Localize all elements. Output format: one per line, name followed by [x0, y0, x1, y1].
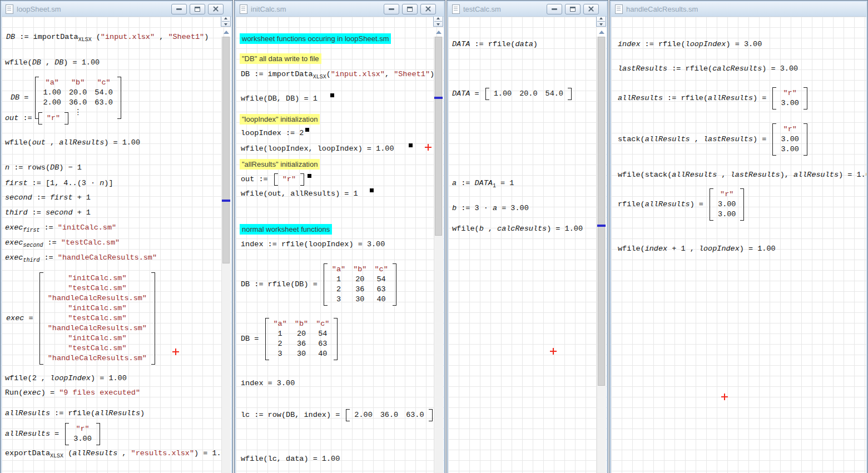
insertion-cursor [172, 348, 179, 355]
matrix-value: "r" [38, 112, 68, 125]
scroll-position-marker [222, 200, 230, 202]
text-region[interactable]: worksheet functions occuring in loopShee… [240, 33, 391, 44]
minimize-button[interactable] [547, 4, 562, 14]
math-region[interactable]: loopIndex := 2 [241, 128, 309, 138]
placeholder-square [409, 143, 413, 147]
math-region[interactable]: allResults = "r"3.00 [5, 423, 102, 445]
window-title: loopSheet.sm [17, 5, 61, 13]
scrollbar-thumb[interactable] [598, 37, 605, 386]
math-region[interactable]: index = 3.00 [241, 379, 295, 389]
placeholder-square [330, 93, 334, 97]
titlebar-handlecalcresults[interactable]: handleCalcResults.sm [611, 2, 866, 17]
math-region[interactable]: a := DATA1 = 1 [452, 178, 514, 188]
split-control[interactable] [596, 17, 606, 27]
worksheet-canvas[interactable]: worksheet functions occuring in loopShee… [236, 17, 444, 473]
titlebar-loopsheet[interactable]: loopSheet.sm [2, 2, 231, 17]
math-region[interactable]: lastResults := rfile(calcResults) = 3.00 [618, 64, 798, 74]
scrollbar-thumb[interactable] [222, 37, 230, 263]
math-region[interactable]: Run(exec) = "9 files executed" [5, 388, 140, 398]
math-region[interactable]: wfile(index + 1 , loopIndex) = 1.00 [618, 244, 776, 254]
math-region[interactable]: stack(allResults , lastResults) = "r"3.0… [618, 123, 809, 156]
matrix-value: "r"3.003.00 [772, 123, 807, 156]
window-title: handleCalcResults.sm [626, 5, 698, 13]
math-region[interactable]: execthird := "handleCalcResults.sm" [5, 253, 157, 263]
insertion-cursor [425, 144, 431, 151]
math-region[interactable]: wfile(DB, DB) = 1 [241, 94, 334, 104]
math-region[interactable]: DATA = 1.0020.054.0 [452, 88, 573, 100]
minimize-button[interactable] [384, 4, 399, 14]
text-region[interactable]: "allResults" initialization [240, 159, 320, 170]
math-region[interactable]: out := "r" [241, 173, 311, 186]
math-region[interactable]: rfile(allResults) = "r"3.003.00 [618, 188, 746, 221]
scroll-up-arrow[interactable] [434, 28, 443, 36]
math-region[interactable]: out := "r" [5, 112, 70, 125]
math-region[interactable]: allResults := rfile(allResults) = "r"3.0… [618, 87, 809, 109]
math-region[interactable]: DB = "a""b""c"120542366333040 [241, 318, 339, 360]
document-icon [615, 4, 623, 14]
scroll-position-marker [597, 225, 606, 227]
close-button[interactable] [208, 4, 224, 14]
vertical-scrollbar[interactable] [597, 37, 606, 473]
matrix-value: "r"3.00 [772, 87, 807, 109]
matrix-value: "a""b""c"120542366333040 [265, 318, 338, 360]
math-region[interactable]: lc := row(DB, index) = 2.0036.063.0 [241, 409, 434, 421]
math-region[interactable]: DB := importDataXLSX("input.xlsx", "Shee… [241, 69, 440, 79]
scrollbar-thumb[interactable] [435, 37, 442, 236]
window-initcalc: initCalc.sm worksheet functions occuring… [234, 0, 445, 473]
titlebar-initcalc[interactable]: initCalc.sm [236, 2, 444, 17]
minimize-button[interactable] [171, 4, 187, 14]
math-region[interactable]: n := rows(DB) − 1 [5, 163, 82, 173]
math-region[interactable]: execsecond := "testCalc.sm" [5, 238, 120, 248]
restore-button[interactable] [190, 4, 205, 14]
math-region[interactable]: DB := importDataXLSX ("input.xlsx" , "Sh… [6, 32, 209, 42]
math-region[interactable]: execfirst := "initCalc.sm" [5, 223, 116, 233]
math-region[interactable]: second := first + 1 [5, 193, 91, 203]
math-region[interactable]: index := rfile(loopIndex) = 3.00 [618, 39, 762, 49]
titlebar-testcalc[interactable]: testCalc.sm [448, 2, 607, 17]
restore-button[interactable] [402, 4, 418, 14]
minimize-icon [552, 8, 557, 10]
worksheet-canvas[interactable]: DATA := rfile(data)DATA = 1.0020.054.0a … [448, 17, 607, 473]
window-testcalc: testCalc.sm DATA := rfile(data)DATA = 1.… [447, 0, 608, 473]
split-control[interactable] [433, 17, 443, 27]
math-region[interactable]: b := 3 · a = 3.00 [452, 203, 529, 213]
vertical-scrollbar[interactable] [221, 37, 231, 473]
math-region[interactable]: wfile(out, allResults) = 1 [241, 189, 374, 199]
placeholder-square [370, 188, 374, 192]
worksheet-canvas[interactable]: DB := importDataXLSX ("input.xlsx" , "Sh… [2, 17, 231, 473]
document-icon [452, 4, 460, 14]
scroll-up-arrow[interactable] [222, 28, 231, 36]
restore-icon [407, 7, 413, 12]
math-region[interactable]: third := second + 1 [5, 208, 91, 218]
matrix-value: "r" [274, 173, 304, 186]
math-region[interactable]: allResults := rfile(allResults) [5, 409, 145, 419]
math-region[interactable]: exportDataXLSX (allResults , "results.xl… [5, 449, 230, 459]
math-region[interactable]: wfile(out , allResults) = 1.00 [5, 138, 140, 148]
split-control[interactable] [221, 17, 231, 27]
math-region[interactable]: wfile(b , calcResults) = 1.00 [452, 224, 583, 234]
text-region[interactable]: normal worksheet functions [240, 224, 332, 235]
window-title: testCalc.sm [463, 5, 501, 13]
math-region[interactable]: wfile(DB , DB) = 1.00 [5, 58, 100, 68]
window-title: initCalc.sm [251, 5, 286, 13]
vertical-scrollbar[interactable] [434, 37, 443, 473]
math-region[interactable]: exec = "initCalc.sm""testCalc.sm""handle… [6, 272, 157, 365]
scroll-up-arrow[interactable] [597, 28, 606, 36]
math-region[interactable]: wfile(loopIndex, loopIndex) = 1.00 [241, 144, 413, 154]
math-region[interactable]: first := [1, 4..(3 · n)] [5, 178, 113, 188]
close-button[interactable] [583, 4, 599, 14]
matrix-value: "initCalc.sm""testCalc.sm""handleCalcRes… [39, 272, 155, 365]
math-region[interactable]: wfile(lc, data) = 1.00 [241, 454, 340, 464]
minimize-icon [176, 8, 182, 10]
math-region[interactable]: index := rfile(loopIndex) = 3.00 [241, 240, 385, 250]
text-region[interactable]: "loopIndex" initialization [240, 114, 320, 125]
math-region[interactable]: wfile(2 , loopIndex) = 1.00 [5, 374, 127, 384]
insertion-cursor [721, 394, 728, 400]
math-region[interactable]: wfile(stack(allResults , lastResults), a… [618, 170, 866, 180]
restore-button[interactable] [565, 4, 581, 14]
worksheet-canvas[interactable]: index := rfile(loopIndex) = 3.00lastResu… [611, 17, 866, 473]
close-button[interactable] [420, 4, 436, 14]
math-region[interactable]: DATA := rfile(data) [452, 39, 538, 49]
text-region[interactable]: "DB" all data write to file [240, 53, 321, 64]
math-region[interactable]: DB := rfile(DB) = "a""b""c"1205423663330… [241, 263, 398, 306]
